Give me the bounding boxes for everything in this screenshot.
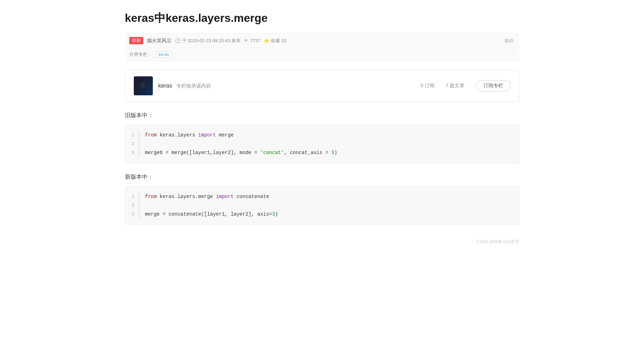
favorites-text: 收藏 10	[271, 38, 286, 44]
column-left: 👁 keras 专栏收录该内容	[134, 76, 211, 95]
star-icon: ⭐	[264, 38, 269, 43]
column-articles: 7 篇文章	[446, 83, 465, 89]
meta-bar: 原创 烟火笑风尘 🕐 于 2019-02-23 09:20:43 发布 👁 77…	[125, 33, 519, 48]
new-code-content-2	[145, 201, 148, 210]
column-name[interactable]: keras	[158, 83, 172, 89]
new-code-line-2: 2	[125, 201, 519, 210]
column-section: 👁 keras 专栏收录该内容 0 订阅 7 篇文章 订阅专栏	[125, 70, 519, 102]
footer-note: CSDN @骑着乌云看雪	[125, 239, 519, 245]
old-version-code: 1 from keras.layers import merge 2 3 mer…	[125, 125, 519, 164]
code-content-1: from keras.layers import merge	[145, 131, 234, 140]
column-name-row: keras 专栏收录该内容	[158, 83, 211, 89]
column-desc: 专栏收录该内容	[176, 83, 211, 89]
new-code-line-3: 3 merge = concatenate([layer1, layer2], …	[125, 210, 519, 219]
new-line-num-3: 3	[125, 210, 139, 218]
category-bar: 分类专栏： keras	[125, 48, 519, 61]
line-num-1: 1	[125, 131, 139, 139]
category-tag[interactable]: keras	[155, 51, 173, 58]
new-code-content-1: from keras.layers.merge import concatena…	[145, 192, 269, 201]
datetime-text: 于 2019-02-23 09:20:43 发布	[182, 38, 241, 44]
column-subscribers: 0 订阅	[420, 83, 434, 89]
code-line-1: 1 from keras.layers import merge	[125, 131, 519, 140]
column-avatar-image: 👁	[134, 76, 153, 95]
code-content-2	[145, 140, 148, 148]
views-count: 7737	[250, 38, 260, 43]
favorites-item: ⭐ 收藏 10	[264, 38, 286, 44]
new-code-content-3: merge = concatenate([layer1, layer2], ax…	[145, 210, 278, 219]
new-version-heading: 新版本中：	[125, 173, 519, 181]
original-badge: 原创	[129, 37, 143, 44]
new-code-line-1: 1 from keras.layers.merge import concate…	[125, 192, 519, 201]
line-num-3: 3	[125, 149, 139, 157]
new-line-num-2: 2	[125, 202, 139, 210]
code-line-2: 2	[125, 140, 519, 148]
copyright-link[interactable]: 版权	[505, 38, 514, 44]
column-right: 0 订阅 7 篇文章 订阅专栏	[420, 80, 510, 91]
old-version-heading: 旧版本中：	[125, 112, 519, 119]
datetime-item: 🕐 于 2019-02-23 09:20:43 发布	[175, 38, 241, 44]
eye-icon: 👁	[244, 38, 249, 43]
author-name[interactable]: 烟火笑风尘	[147, 38, 171, 44]
new-version-code: 1 from keras.layers.merge import concate…	[125, 186, 519, 225]
subscribe-button[interactable]: 订阅专栏	[476, 80, 511, 91]
article-title: keras中keras.layers.merge	[125, 11, 519, 26]
category-label: 分类专栏：	[129, 51, 152, 58]
page-wrapper: keras中keras.layers.merge 原创 烟火笑风尘 🕐 于 20…	[111, 0, 533, 266]
column-avatar: 👁	[134, 76, 153, 95]
column-info: keras 专栏收录该内容	[158, 83, 211, 89]
views-item: 👁 7737	[244, 38, 260, 43]
clock-icon: 🕐	[175, 38, 181, 43]
line-num-2: 2	[125, 140, 139, 148]
code-content-3: merge6 = merge([layer1,layer2], mode = '…	[145, 148, 337, 157]
code-line-3: 3 merge6 = merge([layer1,layer2], mode =…	[125, 148, 519, 157]
new-line-num-1: 1	[125, 193, 139, 201]
